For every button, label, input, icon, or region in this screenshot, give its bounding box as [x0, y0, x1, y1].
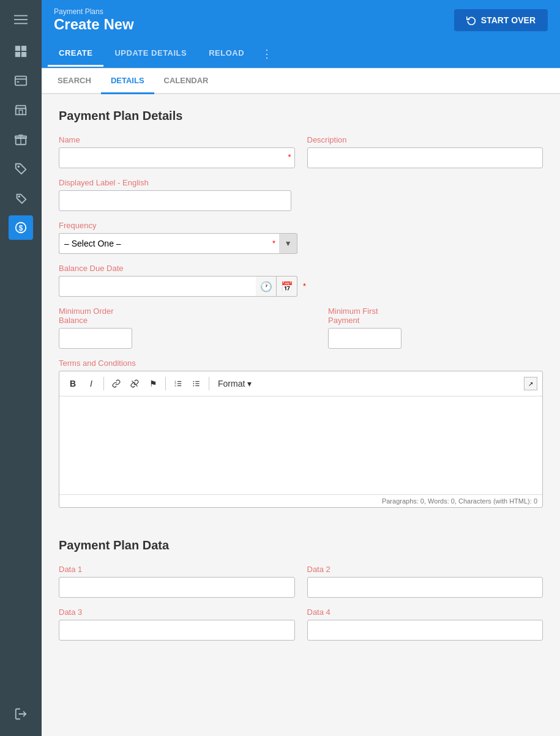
tab-details[interactable]: DETAILS	[101, 69, 154, 94]
main-area: Payment Plans Create New START OVER CREA…	[42, 0, 560, 736]
svg-line-14	[132, 381, 137, 386]
description-input[interactable]	[307, 147, 543, 168]
tab-update-details[interactable]: UPDATE DETAILS	[103, 41, 198, 67]
svg-rect-9	[19, 110, 23, 114]
tab-reload[interactable]: RELOAD	[198, 41, 255, 67]
data4-label: Data 4	[307, 608, 543, 617]
frequency-row: Frequency – Select One – ▼ *	[59, 221, 543, 254]
logout-icon[interactable]	[9, 702, 33, 726]
terms-label: Terms and Conditions	[59, 359, 543, 368]
balance-required: *	[303, 281, 306, 291]
terms-group: Terms and Conditions B I ⚑ 1.2.3.	[59, 359, 543, 520]
svg-rect-6	[21, 52, 26, 57]
breadcrumb: Payment Plans	[54, 7, 134, 16]
tab-bar: CREATE UPDATE DETAILS RELOAD ⋮	[42, 40, 560, 69]
rte-expand-button[interactable]: ↗	[524, 377, 537, 390]
svg-point-24	[193, 381, 194, 382]
frequency-select-wrapper: – Select One – ▼ *	[59, 233, 297, 254]
data4-group: Data 4	[307, 608, 543, 641]
balance-due-date-input[interactable]	[59, 276, 256, 297]
svg-point-26	[193, 385, 194, 387]
dashboard-icon[interactable]	[9, 39, 33, 64]
min-order-balance-group: Minimum Order Balance	[59, 307, 132, 349]
svg-rect-1	[14, 19, 28, 20]
svg-point-25	[193, 383, 194, 384]
data-section: Payment Plan Data Data 1 Data 2 Data 3	[59, 538, 543, 641]
format-dropdown-arrow: ▾	[247, 379, 252, 388]
billing-icon[interactable]	[9, 69, 33, 93]
data-row-1: Data 1 Data 2	[59, 565, 543, 598]
data2-group: Data 2	[307, 565, 543, 598]
displayed-label-row: Displayed Label - English	[59, 178, 543, 211]
description-label: Description	[307, 135, 543, 144]
data3-group: Data 3	[59, 608, 295, 641]
frequency-group: Frequency – Select One – ▼ *	[59, 221, 297, 254]
svg-text:$: $	[19, 224, 23, 232]
gift-icon[interactable]	[9, 127, 33, 152]
min-first-payment-label: Minimum First Payment	[328, 307, 401, 325]
menu-icon[interactable]	[9, 7, 33, 32]
rte-toolbar: B I ⚑ 1.2.3.	[59, 371, 542, 396]
content-area: Payment Plan Details Name * Description …	[42, 94, 560, 736]
balance-due-date-row: Balance Due Date 🕐 📅 *	[59, 264, 543, 297]
data1-input[interactable]	[59, 577, 295, 598]
tag2-icon[interactable]	[9, 186, 33, 210]
description-field-group: Description	[307, 135, 543, 168]
tab-search[interactable]: SEARCH	[48, 69, 101, 94]
data3-input[interactable]	[59, 620, 295, 641]
min-first-payment-input[interactable]	[328, 328, 401, 349]
svg-rect-4	[21, 46, 26, 51]
rte-body[interactable]	[59, 396, 542, 494]
flag-button[interactable]: ⚑	[144, 375, 162, 392]
italic-button[interactable]: I	[83, 375, 100, 392]
svg-rect-7	[15, 76, 26, 86]
format-dropdown-button[interactable]: Format ▾	[213, 376, 256, 391]
tab-calendar[interactable]: CALENDAR	[154, 69, 218, 94]
data1-group: Data 1	[59, 565, 295, 598]
link-button[interactable]	[108, 375, 125, 392]
svg-rect-2	[14, 23, 28, 24]
balance-due-date-label: Balance Due Date	[59, 264, 297, 273]
tag-icon[interactable]	[9, 157, 33, 181]
svg-text:3.: 3.	[174, 384, 176, 387]
frequency-label: Frequency	[59, 221, 297, 230]
more-options-icon[interactable]: ⋮	[255, 40, 278, 68]
name-description-row: Name * Description	[59, 135, 543, 168]
unlink-button[interactable]	[126, 375, 143, 392]
min-row: Minimum Order Balance Minimum First Paym…	[59, 307, 543, 349]
payment-plans-icon[interactable]: $	[9, 215, 33, 240]
store-icon[interactable]	[9, 98, 33, 122]
name-required: *	[288, 152, 291, 162]
balance-due-date-input-wrapper: 🕐 📅 *	[59, 276, 297, 297]
bold-button[interactable]: B	[64, 375, 81, 392]
svg-rect-0	[14, 15, 28, 17]
displayed-label-input[interactable]	[59, 190, 291, 211]
rte-stats: Paragraphs: 0, Words: 0, Characters (wit…	[59, 494, 542, 507]
frequency-select[interactable]: – Select One –	[59, 233, 279, 254]
start-over-button[interactable]: START OVER	[454, 9, 548, 31]
refresh-icon	[466, 15, 476, 25]
frequency-dropdown-arrow: ▼	[279, 233, 297, 254]
data4-input[interactable]	[307, 620, 543, 641]
header-left: Payment Plans Create New	[54, 7, 134, 33]
displayed-label-group: Displayed Label - English	[59, 178, 291, 211]
unordered-list-button[interactable]	[188, 375, 205, 392]
data3-label: Data 3	[59, 608, 295, 617]
top-header: Payment Plans Create New START OVER	[42, 0, 560, 40]
toolbar-divider-2	[165, 377, 166, 390]
calendar-icon-button[interactable]: 📅	[277, 276, 297, 297]
svg-rect-8	[17, 81, 20, 83]
min-order-balance-input[interactable]	[59, 328, 132, 349]
name-field-group: Name *	[59, 135, 295, 168]
toolbar-divider-3	[209, 377, 209, 390]
ordered-list-button[interactable]: 1.2.3.	[170, 375, 187, 392]
clock-icon-button[interactable]: 🕐	[256, 276, 277, 297]
data2-input[interactable]	[307, 577, 543, 598]
details-section-title: Payment Plan Details	[59, 109, 543, 123]
data1-label: Data 1	[59, 565, 295, 574]
toolbar-divider-1	[103, 377, 104, 390]
balance-due-date-group: Balance Due Date 🕐 📅 *	[59, 264, 297, 297]
name-input[interactable]	[59, 147, 295, 168]
tab-create[interactable]: CREATE	[48, 41, 103, 67]
name-input-wrapper: *	[59, 147, 295, 168]
